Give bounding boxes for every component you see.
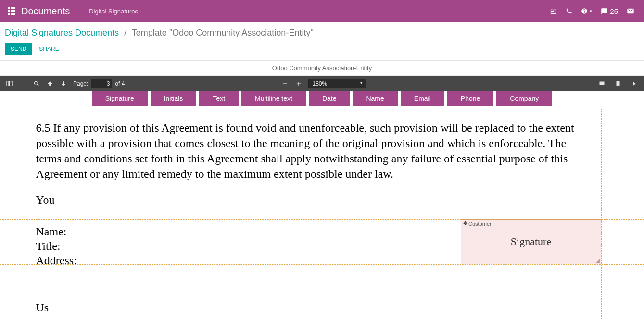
zoom-in-icon[interactable]: [292, 77, 305, 90]
zoom-value: 180%: [313, 80, 328, 87]
pdf-toolbar: Page: of 4 180%: [0, 76, 644, 91]
conversations-count: 25: [610, 7, 618, 15]
page-up-icon[interactable]: [43, 77, 57, 90]
field-tab-email[interactable]: Email: [401, 91, 444, 106]
field-tab-multiline[interactable]: Multiline text: [241, 91, 306, 106]
field-tab-text[interactable]: Text: [199, 91, 239, 106]
field-tab-company[interactable]: Company: [496, 91, 552, 106]
page-total: of 4: [115, 80, 125, 87]
signature-field-label: Signature: [511, 235, 551, 248]
help-icon[interactable]: ▾: [581, 8, 592, 14]
field-tab-signature[interactable]: Signature: [92, 91, 148, 106]
sub-nav-link[interactable]: Digital Signatures: [89, 8, 138, 15]
page-label: Page:: [73, 80, 88, 87]
top-right-icons: ▾ 25: [550, 7, 640, 15]
mail-icon[interactable]: [627, 7, 634, 15]
page-down-icon[interactable]: [57, 77, 70, 90]
bookmark-icon[interactable]: [611, 77, 625, 90]
document-viewer[interactable]: 6.5 If any provision of this Agreement i…: [0, 106, 644, 316]
page-number-input[interactable]: [91, 79, 112, 88]
signature-field[interactable]: ✥ Customer Signature: [461, 219, 601, 264]
phone-icon[interactable]: [566, 8, 572, 14]
breadcrumb-current: Template "Odoo Community Association-Ent…: [132, 28, 314, 37]
document-paragraph: 6.5 If any provision of this Agreement i…: [36, 106, 608, 182]
breadcrumb-parent[interactable]: Digital Signatures Documents: [5, 28, 119, 37]
zoom-select[interactable]: 180%: [308, 79, 366, 88]
signin-icon[interactable]: [550, 8, 557, 15]
guide-line-h: [0, 264, 644, 265]
signature-role: Customer: [468, 221, 492, 227]
field-tab-date[interactable]: Date: [309, 91, 350, 106]
sidebar-toggle-icon[interactable]: [3, 77, 16, 90]
you-label: You: [36, 194, 55, 206]
document-title: Odoo Community Association-Entity: [0, 61, 644, 76]
conversations-icon[interactable]: 25: [601, 7, 618, 15]
us-label: Us: [36, 301, 49, 314]
move-icon[interactable]: ✥: [463, 221, 467, 227]
search-icon[interactable]: [30, 77, 43, 90]
field-type-tabs: Signature Initials Text Multiline text D…: [0, 91, 644, 106]
breadcrumb: Digital Signatures Documents / Template …: [0, 22, 644, 41]
send-button[interactable]: SEND: [5, 43, 32, 55]
guide-line-v: [461, 109, 461, 319]
field-tab-initials[interactable]: Initials: [151, 91, 197, 106]
name-label: Name:: [36, 225, 67, 238]
field-tab-phone[interactable]: Phone: [447, 91, 493, 106]
guide-line-v: [601, 109, 602, 319]
app-title[interactable]: Documents: [21, 6, 70, 17]
action-bar: SEND SHARE: [0, 41, 644, 60]
field-tab-name[interactable]: Name: [353, 91, 397, 106]
more-icon[interactable]: [628, 77, 641, 90]
zoom-out-icon[interactable]: [278, 77, 292, 90]
title-label: Title:: [36, 240, 61, 252]
document-page: 6.5 If any provision of this Agreement i…: [36, 106, 608, 315]
presentation-icon[interactable]: [595, 77, 608, 90]
share-link[interactable]: SHARE: [39, 46, 59, 52]
resize-handle-icon[interactable]: [595, 258, 600, 263]
top-header: Documents Digital Signatures ▾ 25: [0, 0, 644, 22]
apps-menu-icon[interactable]: [6, 5, 17, 17]
